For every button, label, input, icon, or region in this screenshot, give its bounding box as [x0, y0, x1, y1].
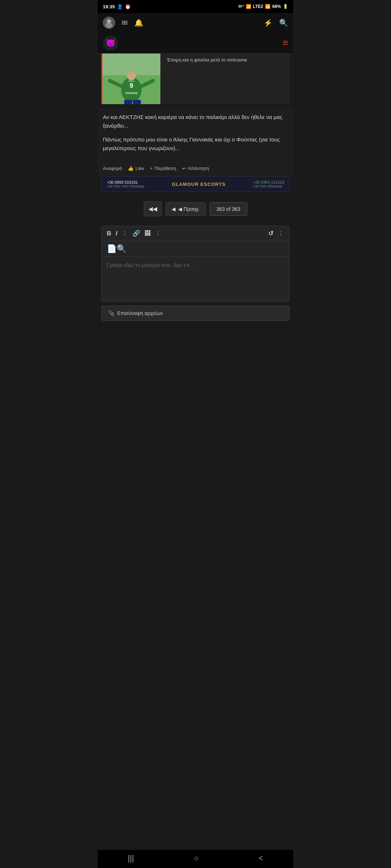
app-logo: 😈	[103, 35, 118, 51]
comment1-section: Αν και ΑΕΚΤΖΗΣ κακή καριέρα να κάνει το …	[98, 108, 293, 163]
top-nav-right: ⚡ 🔍	[264, 18, 288, 27]
file-search-icon[interactable]: 📄🔍	[107, 244, 126, 254]
svg-rect-13	[133, 100, 141, 104]
toolbar-dots1[interactable]: ⋮	[122, 230, 128, 237]
signal-icon: H⁺	[239, 4, 244, 9]
toolbar-dots2[interactable]: ⋮	[155, 230, 161, 237]
undo-button[interactable]: ↺	[268, 230, 273, 237]
status-left: 19:35 👤 ⏰	[103, 4, 131, 9]
app-header: 😈 ≡	[98, 33, 293, 54]
post-image-container: 9 FOUNTAS Allianz	[102, 54, 290, 104]
reply-label: Απάντηση	[188, 166, 209, 171]
svg-rect-12	[124, 100, 132, 104]
svg-text:FOUNTAS: FOUNTAS	[125, 92, 138, 94]
scroll-content: 9 FOUNTAS Allianz	[98, 54, 293, 348]
lte-signal: 📶	[265, 4, 270, 9]
svg-point-2	[107, 19, 111, 24]
toolbar-dots3[interactable]: ⋮	[278, 230, 284, 237]
ad-right-phone: +30 6984 161223	[253, 180, 284, 184]
attach-icon: 📎	[108, 310, 114, 316]
bell-icon[interactable]: 🔔	[134, 18, 143, 27]
logo-icon: 😈	[103, 35, 118, 51]
skip-to-first-button[interactable]: ◀◀	[144, 201, 162, 216]
reply-icon: ↩	[182, 166, 186, 171]
status-right: H⁺ 📶 LTE2 📶 66% 🔋	[239, 4, 288, 9]
quote-button[interactable]: + Παράθεση	[150, 166, 176, 171]
comment2-text: Πάντως πρότυπο μου είναι ο Άλκης Γιαννακ…	[103, 135, 288, 153]
editor-container: B I ⋮ 🔗 🖼 ⋮ ↺ ⋮ 📄🔍	[101, 226, 290, 302]
quote-label: Παράθεση	[154, 166, 176, 171]
message-input[interactable]	[102, 257, 289, 300]
attach-label: Επισύναψη αρχείων	[117, 310, 163, 316]
like-button[interactable]: 👍 Like	[128, 166, 144, 171]
reference-label: Αναφορά	[103, 166, 122, 171]
post-card: 9 FOUNTAS Allianz	[101, 54, 290, 104]
hamburger-menu-icon[interactable]: ≡	[283, 37, 288, 48]
person-icon: 👤	[117, 4, 123, 9]
signal-bars: 📶	[246, 4, 251, 9]
link-icon: 🔗	[133, 230, 140, 237]
mail-icon[interactable]: ✉	[122, 18, 128, 27]
reference-button[interactable]: Αναφορά	[103, 166, 122, 171]
svg-text:9: 9	[130, 82, 133, 89]
post-image: 9 FOUNTAS Allianz	[102, 54, 160, 104]
ad-title: GLAMOUR ESCORTS	[172, 182, 226, 187]
lte-label: LTE2	[253, 4, 263, 9]
image-button[interactable]: 🖼	[144, 230, 151, 237]
image-icon: 🖼	[144, 230, 151, 237]
battery-icon: 🔋	[283, 4, 288, 9]
status-bar: 19:35 👤 ⏰ H⁺ 📶 LTE2 📶 66% 🔋	[98, 0, 293, 13]
top-nav-bar: ✉ 🔔 ⚡ 🔍	[98, 13, 293, 33]
page-indicator: 363 of 363	[210, 202, 247, 216]
ad-right: +30 6984 161223 Call SMS Whatsapp	[253, 180, 284, 188]
ad-center: GLAMOUR ESCORTS	[172, 182, 226, 187]
battery-label: 66%	[272, 4, 281, 9]
pagination-bar: ◀◀ ◀ ◀ Προηγ. 363 of 363	[98, 196, 293, 222]
ad-left: +30 6993 515161 Call Viber SMS Whatsapp	[107, 180, 144, 188]
svg-point-11	[127, 72, 136, 80]
editor-toolbar: B I ⋮ 🔗 🖼 ⋮ ↺ ⋮	[102, 226, 289, 241]
bold-label: B	[107, 230, 111, 237]
attach-files-button[interactable]: 📎 Επισύναψη αρχείων	[101, 306, 290, 321]
skip-first-icon: ◀◀	[148, 206, 157, 212]
ad-left-phone: +30 6993 515161	[107, 180, 144, 184]
comment1-text: Αν και ΑΕΚΤΖΗΣ κακή καριέρα να κάνει το …	[103, 113, 288, 130]
italic-label: I	[115, 230, 117, 237]
prev-page-button[interactable]: ◀ ◀ Προηγ.	[165, 202, 206, 216]
like-icon: 👍	[128, 166, 134, 171]
like-label: Like	[135, 166, 144, 171]
undo-icon: ↺	[268, 230, 273, 237]
bold-button[interactable]: B	[107, 230, 111, 237]
post-caption: Έτοιμη και η φανέλα μετά το nickname	[164, 54, 250, 65]
prev-icon: ◀	[172, 206, 176, 212]
ad-right-subtitle: Call SMS Whatsapp	[253, 184, 284, 188]
alarm-icon: ⏰	[125, 4, 131, 9]
editor-secondary-toolbar: 📄🔍	[102, 241, 289, 257]
search-icon[interactable]: 🔍	[279, 18, 288, 27]
prev-label: ◀ Προηγ.	[178, 206, 199, 212]
lightning-icon[interactable]: ⚡	[264, 18, 273, 27]
ad-banner: +30 6993 515161 Call Viber SMS Whatsapp …	[101, 176, 290, 192]
reply-button[interactable]: ↩ Απάντηση	[182, 166, 209, 171]
comment-actions: Αναφορά 👍 Like + Παράθεση ↩ Απάντηση	[98, 163, 293, 176]
italic-button[interactable]: I	[115, 230, 117, 237]
logo-emoji: 😈	[106, 38, 115, 48]
svg-point-1	[105, 23, 113, 28]
user-avatar[interactable]	[103, 17, 115, 29]
plus-icon: +	[150, 166, 153, 171]
top-nav-left: ✉ 🔔	[103, 17, 143, 29]
link-button[interactable]: 🔗	[133, 230, 140, 237]
ad-left-subtitle: Call Viber SMS Whatsapp	[107, 184, 144, 188]
time-display: 19:35	[103, 4, 115, 9]
